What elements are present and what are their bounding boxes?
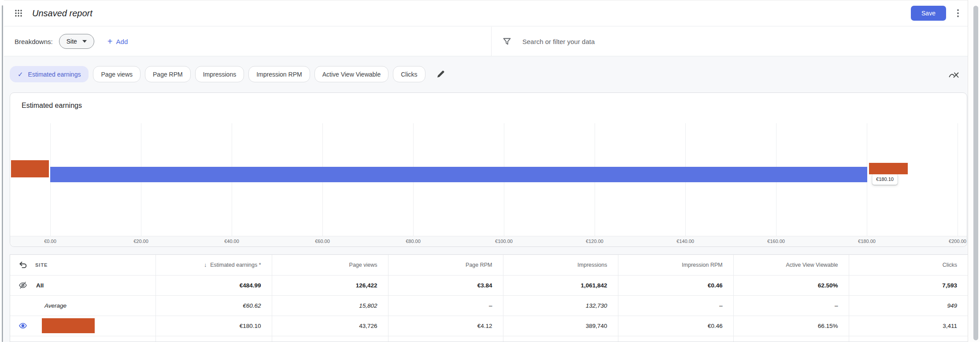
breakdown-site-dropdown[interactable]: Site — [59, 34, 94, 49]
axis-tick: €140.00 — [677, 239, 694, 244]
site-name-redaction — [42, 318, 95, 333]
scrollbar-thumb[interactable] — [973, 6, 978, 340]
axis-tick: €100.00 — [495, 239, 513, 244]
column-header-estimated-earnings[interactable]: ↓ Estimated earnings * — [155, 255, 272, 275]
cell: €484.99 — [155, 275, 272, 295]
chip-page-views[interactable]: Page views — [93, 66, 141, 82]
left-window-edge — [0, 0, 4, 342]
cell: 66.15% — [733, 316, 849, 336]
adsense-report-page: { "header": { "title": "Unsaved report",… — [0, 0, 980, 342]
chip-page-rpm[interactable]: Page RPM — [145, 66, 191, 82]
chip-impression-rpm[interactable]: Impression RPM — [248, 66, 310, 82]
cell: 3,411 — [849, 316, 968, 336]
cell: €60.62 — [155, 295, 272, 316]
edit-pencil-icon[interactable] — [434, 68, 447, 81]
breakdown-value: Site — [67, 38, 77, 45]
cell: 7,593 — [849, 275, 968, 295]
column-header-site[interactable]: SITE — [10, 255, 155, 275]
table-row-site: €180.10 43,726 €4.12 389,740 €0.46 66.15… — [10, 316, 968, 336]
bar-chart-plot: €180.10 — [10, 123, 967, 236]
cell: €3.84 — [388, 275, 503, 295]
earnings-bar[interactable] — [50, 167, 867, 182]
table-row-all: All €484.99 126,422 €3.84 1,061,842 €0.4… — [10, 275, 968, 295]
chevron-down-icon — [82, 40, 87, 43]
save-button[interactable]: Save — [911, 6, 946, 21]
filter-funnel-icon[interactable] — [503, 38, 511, 45]
add-label: Add — [116, 38, 128, 45]
cell: 15,802 — [272, 295, 388, 316]
toggle-chart-icon[interactable] — [947, 70, 961, 81]
plus-icon: + — [107, 37, 113, 46]
cell: €180.10 — [155, 316, 272, 336]
cell: 62.50% — [733, 275, 849, 295]
axis-tick: €200.00 — [949, 239, 966, 244]
chip-clicks[interactable]: Clicks — [393, 66, 425, 82]
cell: – — [388, 295, 503, 316]
cell: 43,726 — [272, 316, 388, 336]
chart-tooltip: €180.10 — [872, 173, 898, 185]
cell: – — [618, 295, 733, 316]
axis-tick: €0.00 — [44, 239, 56, 244]
eye-off-icon[interactable] — [18, 281, 27, 290]
chip-active-view-viewable[interactable]: Active View Viewable — [314, 66, 389, 82]
axis-tick: €60.00 — [315, 239, 330, 244]
search-input[interactable] — [521, 37, 968, 46]
eye-icon[interactable] — [18, 321, 27, 330]
axis-tick: €160.00 — [767, 239, 785, 244]
page-title: Unsaved report — [32, 8, 92, 18]
axis-tick: €80.00 — [406, 239, 421, 244]
table-header-row: SITE ↓ Estimated earnings * Page views P… — [10, 255, 968, 275]
axis-tick: €120.00 — [586, 239, 603, 244]
cell: €0.46 — [618, 275, 733, 295]
apps-grid-icon[interactable] — [15, 9, 22, 17]
axis-tick: €20.00 — [133, 239, 148, 244]
cell: 126,422 — [272, 275, 388, 295]
left-scrollbar-thumb[interactable] — [2, 5, 3, 342]
chip-estimated-earnings[interactable]: ✓ Estimated earnings — [10, 66, 89, 82]
cell: 132,730 — [503, 295, 618, 316]
cell: – — [733, 295, 849, 316]
cell: €0.46 — [618, 316, 733, 336]
axis-tick: €180.00 — [858, 239, 876, 244]
cell: 949 — [849, 295, 968, 316]
cell: 389,740 — [503, 316, 618, 336]
cell: 1,061,842 — [503, 275, 618, 295]
chart-card: Estimated earnings €180.10 €0.00 €20.00 … — [10, 92, 967, 247]
vertical-scrollbar[interactable] — [968, 0, 980, 342]
undo-icon[interactable] — [18, 261, 27, 269]
breakdowns-label: Breakdowns: — [15, 38, 53, 45]
top-bar: Unsaved report Save — [4, 0, 968, 26]
breakdowns-section: Breakdowns: Site + Add — [4, 27, 491, 56]
column-header-clicks[interactable]: Clicks — [849, 255, 968, 275]
column-header-impression-rpm[interactable]: Impression RPM — [618, 255, 733, 275]
report-content: ✓ Estimated earnings Page views Page RPM… — [4, 56, 968, 342]
chip-impressions[interactable]: Impressions — [195, 66, 244, 82]
site-name: Average — [18, 302, 67, 309]
table-row-average: Average €60.62 15,802 – 132,730 – – 949 — [10, 295, 968, 316]
axis-tick: €40.00 — [224, 239, 239, 244]
column-header-active-view-viewable[interactable]: Active View Viewable — [733, 255, 849, 275]
check-icon: ✓ — [18, 70, 23, 78]
site-name: All — [36, 282, 44, 289]
data-table: SITE ↓ Estimated earnings * Page views P… — [10, 254, 968, 342]
gridline — [958, 123, 958, 236]
table-row-clipped — [10, 336, 968, 342]
column-header-page-rpm[interactable]: Page RPM — [388, 255, 503, 275]
metric-chips-row: ✓ Estimated earnings Page views Page RPM… — [10, 66, 447, 82]
sort-descending-icon: ↓ — [204, 261, 207, 268]
column-header-impressions[interactable]: Impressions — [503, 255, 618, 275]
kebab-menu-icon[interactable] — [954, 7, 962, 20]
filter-section — [491, 27, 968, 56]
add-breakdown-button[interactable]: + Add — [107, 37, 128, 46]
site-label-redaction — [11, 160, 49, 177]
x-axis: €0.00 €20.00 €40.00 €60.00 €80.00 €100.0… — [10, 236, 967, 246]
tooltip-site-redaction — [869, 163, 908, 174]
chart-title: Estimated earnings — [22, 102, 82, 110]
cell: €4.12 — [388, 316, 503, 336]
breakdowns-and-filter-bar: Breakdowns: Site + Add — [4, 27, 968, 56]
column-header-page-views[interactable]: Page views — [272, 255, 388, 275]
